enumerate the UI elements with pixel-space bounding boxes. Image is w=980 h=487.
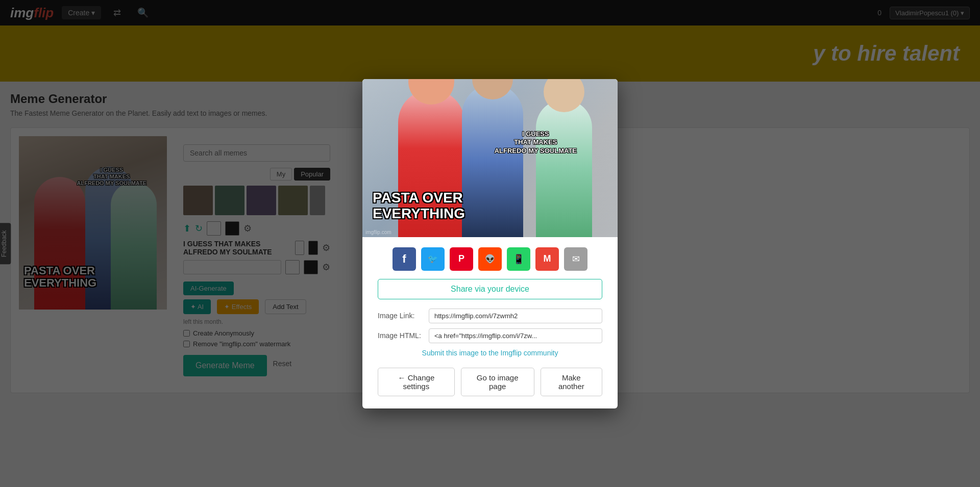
- go-to-image-button[interactable]: Go to image page: [461, 368, 534, 396]
- image-html-row: Image HTML:: [378, 328, 602, 343]
- share-facebook-button[interactable]: f: [393, 247, 416, 271]
- share-gmail-button[interactable]: M: [535, 247, 559, 271]
- image-link-input[interactable]: [429, 309, 602, 323]
- modal-overlay[interactable]: PASTA OVEREVERYTHING I GUESSTHAT MAKESAL…: [0, 0, 980, 487]
- share-twitter-button[interactable]: 🐦: [421, 247, 445, 271]
- modal-body: f 🐦 P 👽 📱 M ✉ Share via your device Imag…: [362, 237, 618, 408]
- share-icons-row: f 🐦 P 👽 📱 M ✉: [378, 247, 602, 271]
- submit-community-link[interactable]: Submit this image to the Imgflip communi…: [422, 349, 558, 357]
- share-pinterest-button[interactable]: P: [450, 247, 473, 271]
- change-settings-button[interactable]: ← Change settings: [378, 368, 455, 396]
- submit-link: Submit this image to the Imgflip communi…: [378, 348, 602, 357]
- modal-meme-bottom-text: PASTA OVEREVERYTHING: [373, 190, 465, 222]
- image-link-row: Image Link:: [378, 309, 602, 323]
- image-link-label: Image Link:: [378, 312, 424, 320]
- make-another-button[interactable]: Make another: [541, 368, 602, 396]
- share-modal: PASTA OVEREVERYTHING I GUESSTHAT MAKESAL…: [362, 79, 618, 408]
- meme-watermark: imgflip.com: [365, 229, 391, 235]
- share-whatsapp-button[interactable]: 📱: [507, 247, 530, 271]
- modal-meme-top-text: I GUESSTHAT MAKESALFREDO MY SOULMATE: [495, 130, 577, 156]
- share-via-device-button[interactable]: Share via your device: [378, 279, 602, 299]
- modal-meme-image: PASTA OVEREVERYTHING I GUESSTHAT MAKESAL…: [362, 79, 618, 237]
- image-html-input[interactable]: [429, 328, 602, 343]
- modal-actions: ← Change settings Go to image page Make …: [378, 368, 602, 396]
- share-reddit-button[interactable]: 👽: [478, 247, 502, 271]
- image-html-label: Image HTML:: [378, 331, 424, 340]
- share-email-button[interactable]: ✉: [564, 247, 587, 271]
